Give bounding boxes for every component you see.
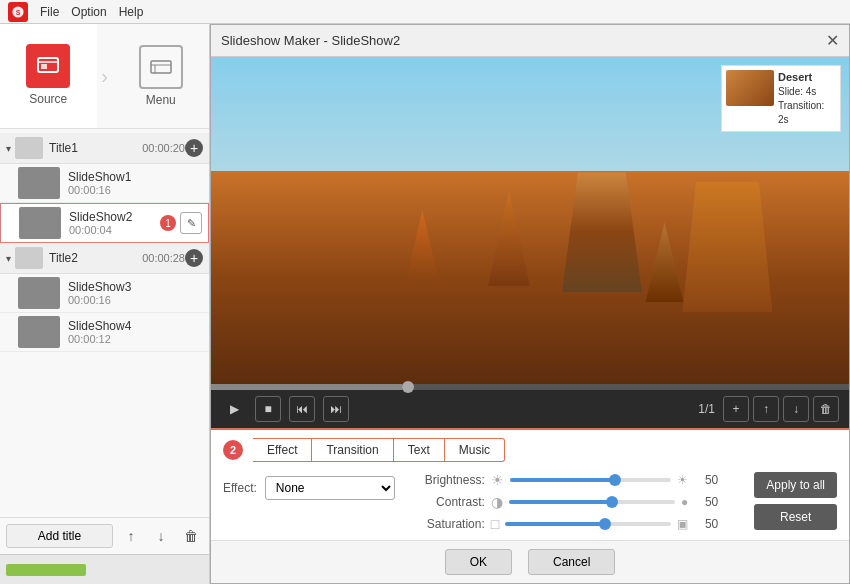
menu-help[interactable]: Help [119,5,144,19]
menu-nav-btn[interactable]: Menu [113,24,210,128]
brightness-slider[interactable] [510,478,672,482]
contrast-row: Contrast: ◑ ● 50 [415,494,719,510]
group-toggle-2[interactable]: ▾ [6,253,11,264]
contrast-icon-left: ◑ [491,494,503,510]
thumbnail-slide: Slide: 4s [778,85,836,99]
saturation-thumb[interactable] [599,518,611,530]
svg-text:S: S [16,8,21,15]
thumbnail-transition: Transition: 2s [778,99,836,127]
svg-rect-4 [41,64,47,69]
brightness-row: Brightness: ☀ ☀ 50 [415,472,719,488]
dialog-title: Slideshow Maker - SlideShow2 [221,33,400,48]
brightness-thumb[interactable] [609,474,621,486]
source-icon-box [26,44,70,88]
effect-label: Effect: [223,481,257,495]
move-down-btn[interactable]: ↓ [149,524,173,548]
next-btn[interactable]: ⏭ [323,396,349,422]
thumbnail-strip: Desert Slide: 4s Transition: 2s [721,65,841,132]
source-nav-btn[interactable]: Source [0,24,97,128]
effect-select[interactable]: None Sepia Grayscale Blur [265,476,395,500]
delete-btn[interactable]: 🗑 [179,524,203,548]
svg-rect-5 [151,61,171,73]
slideshow1-thumb [18,167,60,199]
step-badge: 2 [223,440,243,460]
dialog-footer: OK Cancel [211,540,849,583]
slideshow3-thumb [18,277,60,309]
cancel-btn[interactable]: Cancel [528,549,615,575]
playback-controls: ▶ ■ ⏮ ⏭ 1/1 + ↑ ↓ 🗑 [211,390,849,428]
app-window: S File Option Help Source › [0,0,850,584]
add-btn-group-1[interactable]: + [185,139,203,157]
ok-btn[interactable]: OK [445,549,512,575]
group-header-2: ▾ Title2 00:00:28 + [0,243,209,274]
slideshow2-info: SlideShow2 00:00:04 [69,210,160,236]
list-item-slideshow4[interactable]: SlideShow4 00:00:12 [0,313,209,352]
app-logo: S [8,2,28,22]
slideshow3-title: SlideShow3 [68,280,203,294]
menu-label: Menu [146,93,176,107]
dialog-titlebar: Slideshow Maker - SlideShow2 ✕ [211,25,849,57]
scrubber[interactable] [211,384,849,390]
add-title-btn[interactable]: Add title [6,524,113,548]
contrast-thumb[interactable] [606,496,618,508]
tab-transition[interactable]: Transition [312,438,393,462]
slideshow2-edit-btn[interactable]: ✎ [180,212,202,234]
stop-btn[interactable]: ■ [255,396,281,422]
effect-controls-row: Effect: None Sepia Grayscale Blur [223,472,837,532]
move-slide-down-btn[interactable]: ↓ [783,396,809,422]
group-toggle-1[interactable]: ▾ [6,143,11,154]
arrow-separator: › [97,65,113,88]
add-slide-btn[interactable]: + [723,396,749,422]
page-indicator: 1/1 [698,402,715,416]
slideshow3-info: SlideShow3 00:00:16 [68,280,203,306]
step-indicator: 2 [223,440,247,460]
apply-all-btn[interactable]: Apply to all [754,472,837,498]
saturation-fill [505,522,605,526]
slideshow4-info: SlideShow4 00:00:12 [68,319,203,345]
list-item-slideshow1[interactable]: SlideShow1 00:00:16 [0,164,209,203]
list-item-slideshow2[interactable]: SlideShow2 00:00:04 1 ✎ [0,203,209,243]
list-item-slideshow3[interactable]: SlideShow3 00:00:16 [0,274,209,313]
prev-btn[interactable]: ⏮ [289,396,315,422]
delete-slide-btn[interactable]: 🗑 [813,396,839,422]
group-thumb-2 [15,247,43,269]
timeline-bar [6,564,86,576]
slideshow2-title: SlideShow2 [69,210,160,224]
brightness-value: 50 [694,473,718,487]
video-main: Desert Slide: 4s Transition: 2s [211,57,849,384]
play-btn[interactable]: ▶ [221,396,247,422]
brightness-icon-right: ☀ [677,473,688,487]
saturation-row: Saturation: □ ▣ 50 [415,516,719,532]
group-title-1: Title1 [49,141,142,155]
saturation-slider[interactable] [505,522,671,526]
contrast-value: 50 [694,495,718,509]
group-title-2: Title2 [49,251,142,265]
saturation-value: 50 [694,517,718,531]
slideshow3-time: 00:00:16 [68,294,203,306]
slideshow2-time: 00:00:04 [69,224,160,236]
slideshow2-badge: 1 [160,215,176,231]
thumbnail-image [726,70,774,106]
tab-effect[interactable]: Effect [253,438,312,462]
reset-btn[interactable]: Reset [754,504,837,530]
group-header-1: ▾ Title1 00:00:20 + [0,133,209,164]
tab-music[interactable]: Music [445,438,505,462]
source-label: Source [29,92,67,106]
move-up-btn[interactable]: ↑ [119,524,143,548]
dialog: Slideshow Maker - SlideShow2 ✕ [210,24,850,584]
contrast-slider[interactable] [509,500,675,504]
dialog-close-btn[interactable]: ✕ [826,31,839,50]
brightness-label: Brightness: [415,473,485,487]
menu-file[interactable]: File [40,5,59,19]
contrast-label: Contrast: [415,495,485,509]
timeline-strip [0,554,209,584]
add-btn-group-2[interactable]: + [185,249,203,267]
menu-option[interactable]: Option [71,5,106,19]
tab-text[interactable]: Text [394,438,445,462]
ctrl-right: + ↑ ↓ 🗑 [723,396,839,422]
effect-panel: 2 Effect Transition Text Music Effect: [211,428,849,540]
rock-5 [682,182,772,312]
contrast-fill [509,500,612,504]
saturation-icon-left: □ [491,516,499,532]
move-slide-up-btn[interactable]: ↑ [753,396,779,422]
